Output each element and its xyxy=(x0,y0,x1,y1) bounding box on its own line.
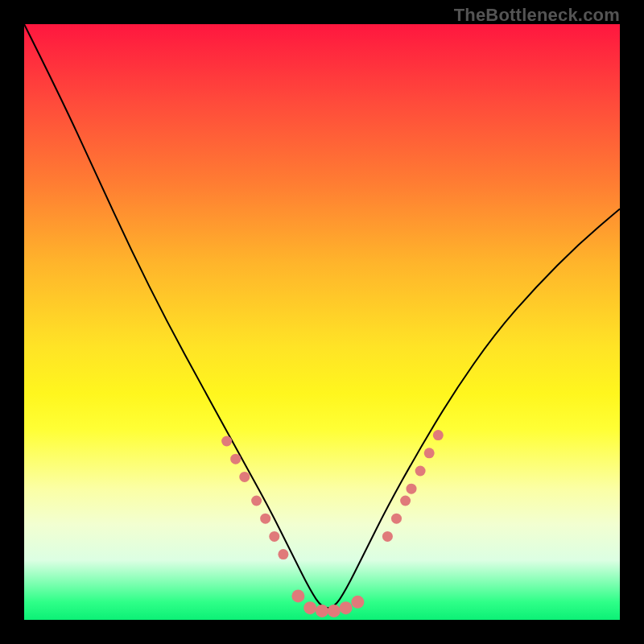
data-point-marker xyxy=(400,496,411,506)
data-point-marker xyxy=(328,605,341,617)
watermark-text: TheBottleneck.com xyxy=(454,5,620,26)
data-point-marker xyxy=(303,601,316,614)
data-point-marker xyxy=(391,514,402,524)
data-point-marker xyxy=(316,605,328,617)
data-point-marker xyxy=(251,496,262,506)
data-point-marker xyxy=(340,601,353,614)
data-point-marker xyxy=(278,549,288,559)
marker-cluster-right xyxy=(382,430,444,542)
data-point-marker xyxy=(260,514,270,524)
data-point-marker xyxy=(221,436,232,447)
data-point-marker xyxy=(433,430,444,440)
bottleneck-curve xyxy=(24,24,620,608)
data-point-marker xyxy=(239,472,250,482)
data-point-marker xyxy=(230,454,241,464)
data-point-marker xyxy=(424,448,435,458)
data-point-marker xyxy=(269,531,279,542)
data-point-marker xyxy=(407,484,417,494)
chart-frame xyxy=(24,24,620,620)
chart-svg xyxy=(24,24,620,620)
data-point-marker xyxy=(351,596,364,609)
data-point-marker xyxy=(291,589,304,602)
marker-cluster-trough xyxy=(291,589,364,617)
marker-cluster-left xyxy=(221,436,288,560)
data-point-marker xyxy=(382,531,393,542)
data-point-marker xyxy=(415,466,426,477)
